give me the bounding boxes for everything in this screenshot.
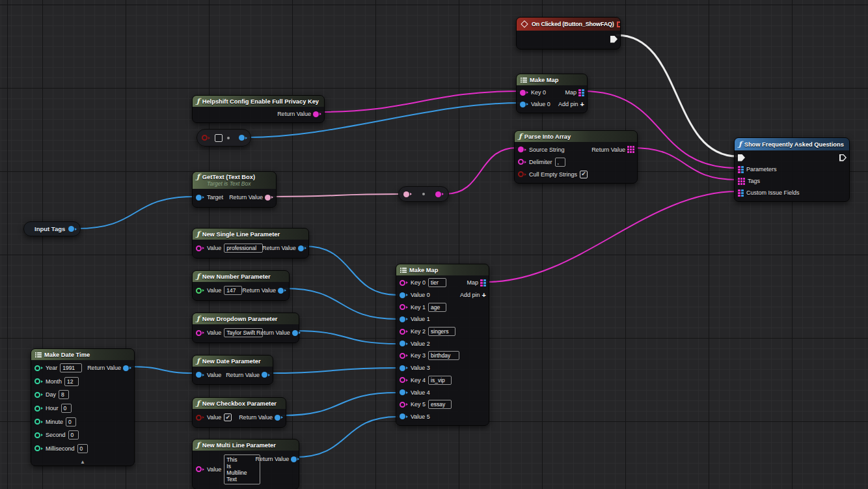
string-pin[interactable]: [400, 329, 408, 335]
exec-pin[interactable]: [738, 154, 745, 161]
add-pin-icon[interactable]: +: [580, 101, 584, 108]
value-field[interactable]: 0: [61, 404, 72, 413]
string-pin[interactable]: [196, 245, 204, 251]
delegate-pin[interactable]: [617, 21, 620, 27]
object-pin[interactable]: [400, 365, 408, 371]
bool-literal-node[interactable]: [197, 129, 251, 147]
new-multiline-node[interactable]: ƒNew Multi Line ParameterValueThis Is Mu…: [192, 439, 299, 489]
int-pin[interactable]: [34, 419, 43, 425]
string-pin[interactable]: [520, 90, 528, 96]
object-pin[interactable]: [298, 245, 306, 251]
value-checkbox[interactable]: ✔: [580, 171, 588, 178]
object-pin[interactable]: [400, 341, 408, 346]
new-dropdown-node[interactable]: ƒNew Dropdown ParameterValueTaylor Swift…: [192, 313, 299, 343]
string-pin[interactable]: [196, 466, 204, 472]
object-pin[interactable]: [196, 372, 204, 378]
object-pin[interactable]: [239, 135, 247, 141]
add-pin-icon[interactable]: +: [482, 292, 486, 299]
object-pin[interactable]: [278, 288, 286, 294]
int-pin[interactable]: [34, 378, 43, 384]
bool-pin[interactable]: [196, 415, 204, 421]
value-field[interactable]: birthday: [428, 351, 459, 360]
value-field[interactable]: ,: [555, 158, 565, 167]
string-pin[interactable]: [313, 111, 321, 117]
input-tags-node[interactable]: Input Tags: [23, 221, 81, 236]
string-pin[interactable]: [400, 377, 408, 383]
map-pin-icon[interactable]: [738, 166, 744, 173]
new-date-node[interactable]: ƒNew Date ParameterValueReturn Value: [192, 355, 273, 385]
value-field[interactable]: is_vip: [428, 376, 452, 385]
object-pin[interactable]: [123, 365, 131, 371]
value-field[interactable]: 0: [66, 417, 76, 426]
string-pin[interactable]: [400, 353, 408, 359]
map-pin-icon[interactable]: [578, 89, 584, 96]
exec-pin[interactable]: [839, 154, 847, 161]
map-pin-icon[interactable]: [738, 189, 744, 197]
value-field[interactable]: 12: [64, 377, 79, 386]
on-clicked-node[interactable]: On Clicked (Button_ShowFAQ): [516, 17, 621, 49]
value-checkbox[interactable]: ✔: [224, 413, 232, 421]
value-field[interactable]: age: [428, 303, 446, 312]
object-pin[interactable]: [400, 413, 408, 419]
value-field[interactable]: singers: [428, 327, 455, 336]
value-field[interactable]: professional: [224, 244, 263, 253]
value-field[interactable]: 0: [77, 444, 88, 453]
blueprint-graph-canvas[interactable]: On Clicked (Button_ShowFAQ)Make MapKey 0…: [0, 0, 868, 489]
int-pin[interactable]: [34, 392, 43, 398]
collapse-arrow-icon[interactable]: ▲: [31, 458, 134, 466]
string-pin[interactable]: [435, 191, 444, 197]
array-pin-icon[interactable]: [627, 146, 634, 153]
string-pin[interactable]: [400, 402, 408, 408]
bool-pin[interactable]: [518, 171, 526, 177]
object-pin[interactable]: [275, 415, 283, 421]
new-number-node[interactable]: ƒNew Number ParameterValue147Return Valu…: [192, 270, 290, 301]
object-pin[interactable]: [400, 389, 408, 395]
helpshift-config-node[interactable]: ƒHelpshift Config Enable Full Privacy Ke…: [192, 95, 325, 123]
object-pin[interactable]: [262, 372, 270, 378]
string-pin[interactable]: [400, 280, 408, 286]
value-checkbox[interactable]: [215, 134, 223, 142]
text-pin[interactable]: [265, 195, 273, 201]
show-faq-node[interactable]: ƒShow Frequently Asked QuestionsParamete…: [734, 137, 850, 202]
value-field[interactable]: 0: [68, 430, 79, 440]
value-field[interactable]: 8: [59, 390, 69, 399]
int-pin[interactable]: [34, 365, 43, 371]
object-pin[interactable]: [291, 456, 299, 462]
node-header: ƒHelpshift Config Enable Full Privacy Ke…: [193, 96, 324, 107]
object-pin[interactable]: [196, 195, 204, 201]
to-string-node[interactable]: [398, 186, 449, 202]
wire-new-dropdown-return-value-to-make-map-mid-value-2: [295, 331, 398, 344]
gettext-node[interactable]: ƒGetText (Text Box)Target is Text BoxTar…: [192, 171, 277, 208]
new-checkbox-node[interactable]: ƒNew Checkbox ParameterValue✔Return Valu…: [192, 397, 286, 428]
string-pin[interactable]: [400, 304, 408, 310]
variable-output-pin[interactable]: [68, 226, 77, 232]
string-pin[interactable]: [518, 159, 526, 165]
value-field[interactable]: essay: [428, 400, 452, 409]
value-field[interactable]: tier: [428, 278, 446, 287]
object-pin[interactable]: [292, 330, 301, 336]
value-field[interactable]: 1991: [60, 363, 82, 372]
string-pin[interactable]: [518, 147, 526, 152]
object-pin[interactable]: [400, 292, 408, 298]
bool-pin[interactable]: [202, 135, 210, 141]
int-pin[interactable]: [34, 406, 43, 412]
string-pin[interactable]: [196, 330, 204, 336]
float-pin[interactable]: [196, 288, 204, 294]
make-map-mid-node[interactable]: Make MapKey 0tierMapValue 0Add pin+Key 1…: [396, 264, 489, 426]
node-header: ƒShow Frequently Asked Questions: [735, 138, 849, 150]
int-pin[interactable]: [34, 445, 43, 451]
object-pin[interactable]: [400, 316, 408, 322]
map-pin-icon[interactable]: [480, 279, 486, 286]
node-row: [517, 32, 620, 46]
text-pin[interactable]: [403, 191, 412, 197]
exec-pin[interactable]: [610, 36, 617, 43]
object-pin[interactable]: [520, 102, 528, 107]
array-pin-icon[interactable]: [738, 178, 745, 185]
make-date-time-node[interactable]: Make Date TimeYear1991Return ValueMonth1…: [31, 348, 135, 466]
parse-into-array-node[interactable]: ƒParse Into ArraySource StringReturn Val…: [514, 130, 638, 184]
int-pin[interactable]: [34, 432, 43, 438]
wire-make-date-time-return-value-to-new-date-value: [130, 367, 194, 373]
value-field[interactable]: 147: [224, 286, 242, 295]
new-single-line-node[interactable]: ƒNew Single Line ParameterValueprofessio…: [192, 228, 309, 258]
make-map-top-node[interactable]: Make MapKey 0MapValue 0Add pin+: [516, 74, 588, 113]
